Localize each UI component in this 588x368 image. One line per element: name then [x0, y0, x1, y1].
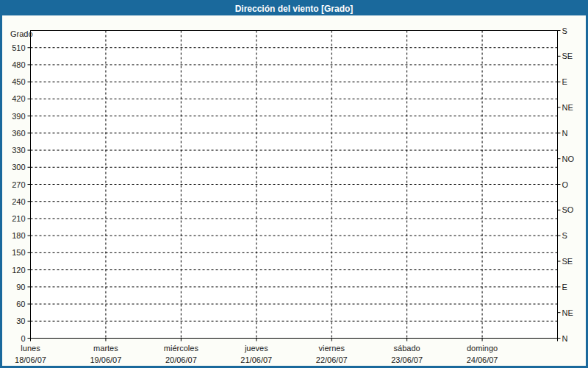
- y-right-tick-label: N: [562, 129, 568, 138]
- y-right-tick-label: S: [562, 231, 567, 240]
- x-date-label: 19/06/07: [90, 355, 122, 364]
- plot-border: [31, 31, 558, 339]
- y-left-tick-label: 450: [12, 77, 25, 86]
- y-left-tick-label: 60: [16, 300, 25, 308]
- y-left-tick-label: 270: [12, 180, 25, 189]
- y-left-tick-label: 300: [12, 163, 25, 171]
- y-left-tick-label: 90: [16, 283, 25, 291]
- y-left-tick-label: 390: [12, 112, 25, 121]
- y-left-tick-label: 480: [12, 60, 25, 69]
- x-date-label: 23/06/07: [391, 355, 423, 364]
- y-right-tick-label: E: [562, 283, 567, 291]
- y-right-tick-label: NE: [562, 308, 573, 317]
- x-date-label: 21/06/07: [240, 355, 272, 364]
- y-right-tick-label: NO: [562, 155, 575, 163]
- x-date-label: 24/06/07: [467, 355, 498, 364]
- y-right-tick-label: E: [562, 77, 567, 86]
- x-day-label: domingo: [467, 344, 498, 353]
- x-day-label: viernes: [318, 344, 345, 353]
- y-left-tick-label: 210: [12, 214, 25, 223]
- x-day-label: martes: [93, 344, 118, 353]
- y-right-tick-label: N: [562, 334, 568, 343]
- x-day-label: jueves: [244, 344, 268, 353]
- y-left-tick-label: 180: [12, 231, 25, 240]
- x-day-label: miércoles: [164, 344, 199, 353]
- x-date-label: 22/06/07: [316, 355, 348, 364]
- y-right-tick-label: SE: [562, 257, 573, 266]
- y-left-tick-label: 510: [12, 43, 25, 52]
- y-right-tick-label: NE: [562, 103, 573, 112]
- y-left-tick-label: 30: [16, 316, 25, 325]
- y-left-tick-label: 420: [12, 94, 25, 103]
- y-left-tick-label: 330: [12, 146, 25, 155]
- y-right-tick-label: O: [562, 180, 569, 189]
- y-left-tick-label: 360: [12, 129, 25, 138]
- y-left-tick-label: 150: [12, 248, 25, 257]
- chart-title: Dirección del viento [Grado]: [235, 2, 354, 15]
- y-left-tick-label: 240: [12, 197, 25, 206]
- y-right-tick-label: SE: [562, 52, 573, 60]
- chart-title-bar: Dirección del viento [Grado]: [2, 2, 586, 15]
- x-date-label: 18/06/07: [15, 355, 46, 364]
- y-right-tick-label: S: [562, 26, 567, 35]
- x-day-label: lunes: [21, 344, 40, 353]
- y-right-tick-label: SO: [562, 205, 574, 214]
- wind-direction-chart: 0306090120150180210240270300330360390420…: [2, 15, 586, 366]
- y-left-tick-label: 120: [12, 266, 25, 275]
- y-left-axis-title: Grado: [10, 29, 33, 38]
- chart-window: Dirección del viento [Grado] 03060901201…: [0, 0, 588, 368]
- chart-area: 0306090120150180210240270300330360390420…: [2, 15, 586, 366]
- y-left-tick-label: 0: [21, 334, 25, 343]
- x-date-label: 20/06/07: [165, 355, 197, 364]
- x-day-label: sábado: [394, 344, 420, 353]
